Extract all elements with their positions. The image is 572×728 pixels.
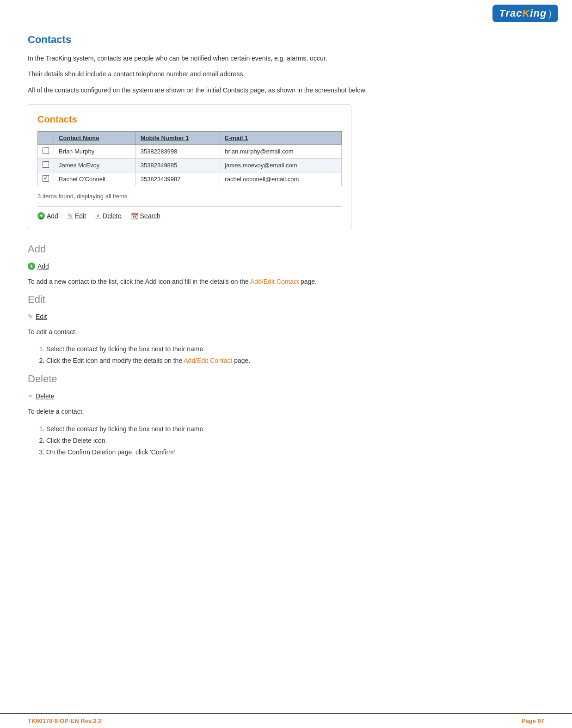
intro-paragraph-1: In the TracKing system, contacts are peo…	[28, 53, 544, 63]
logo-k: K	[522, 7, 530, 19]
logo: TracKing )	[492, 5, 558, 22]
edit-intro: To edit a contact:	[28, 327, 544, 337]
add-label: Add	[47, 212, 58, 220]
delete-intro: To delete a contact:	[28, 406, 544, 416]
row-checkbox-cell	[38, 172, 54, 186]
row-contact-name: Rachel O'Connell	[54, 172, 136, 186]
row-email: brian.murphy@email.com	[220, 145, 342, 159]
footer-right: Page 97	[522, 717, 544, 724]
edit-icon: ✎	[68, 212, 73, 220]
row-contact-name: James McEvoy	[54, 159, 136, 172]
add-edit-contact-link[interactable]: Add/Edit Contact	[250, 278, 299, 285]
page-title: Contacts	[28, 34, 544, 46]
col-header-email: E-mail 1	[220, 132, 342, 145]
screenshot-title: Contacts	[37, 114, 342, 125]
search-icon: 📆	[131, 213, 138, 220]
add-sub-icon: +	[28, 263, 35, 270]
section-heading-edit: Edit	[28, 294, 544, 306]
add-body-before: To add a new contact to the list, click …	[28, 278, 250, 285]
edit-sub-label[interactable]: Edit	[36, 313, 47, 320]
add-body-after: page.	[299, 278, 317, 285]
row-mobile: 35382349885	[135, 159, 220, 172]
delete-action[interactable]: ⚬ Delete	[95, 212, 121, 220]
section-heading-add: Add	[28, 243, 544, 255]
delete-step-3: On the Confirm Deletion page, click 'Con…	[46, 447, 544, 458]
screenshot-box: Contacts Contact Name Mobile Number 1 E-…	[28, 104, 351, 229]
add-body-text: To add a new contact to the list, click …	[28, 276, 544, 287]
row-checkbox[interactable]	[43, 175, 49, 182]
delete-step-2: Click the Delete icon.	[46, 435, 544, 447]
divider	[37, 206, 342, 207]
table-row: James McEvoy35382349885james.moevoy@emai…	[38, 159, 342, 172]
logo-trac: Trac	[499, 7, 522, 19]
section-heading-delete: Delete	[28, 373, 544, 385]
header: TracKing )	[0, 0, 572, 24]
edit-contact-link[interactable]: Add/Edit Contact	[184, 357, 232, 364]
add-action[interactable]: + Add	[37, 212, 58, 220]
add-icon: +	[37, 212, 45, 220]
delete-label: Delete	[103, 212, 121, 220]
add-sub-label[interactable]: Add	[37, 263, 49, 270]
footer: TK60178-8-OP-EN Rev.3.3 Page 97	[0, 713, 572, 728]
intro-paragraph-3: All of the contacts configured on the sy…	[28, 85, 544, 95]
col-header-name: Contact Name	[54, 132, 136, 145]
edit-steps-list: Select the contact by ticking the box ne…	[46, 343, 544, 367]
col-header-checkbox	[38, 132, 54, 145]
edit-step-1: Select the contact by ticking the box ne…	[46, 343, 544, 355]
row-email: james.moevoy@email.com	[220, 159, 342, 172]
logo-ing: ing	[530, 7, 547, 19]
table-row: Rachel O'Connell353823439987rachel.oconn…	[38, 172, 342, 186]
edit-sub-action: ✎ Edit	[28, 313, 544, 320]
row-checkbox-cell	[38, 145, 54, 159]
delete-sub-label[interactable]: Delete	[36, 392, 54, 400]
edit-label: Edit	[75, 212, 86, 220]
delete-icon: ⚬	[95, 212, 101, 220]
delete-step-1: Select the contact by ticking the box ne…	[46, 423, 544, 435]
row-mobile: 353823439987	[135, 172, 220, 186]
row-checkbox[interactable]	[43, 161, 49, 168]
items-found: 3 items found, displaying all items.	[37, 193, 342, 200]
search-action[interactable]: 📆 Search	[131, 212, 160, 220]
delete-sub-action: ⚬ Delete	[28, 392, 544, 400]
col-header-mobile: Mobile Number 1	[135, 132, 220, 145]
add-sub-action: + Add	[28, 263, 544, 270]
row-mobile: 35382283998	[135, 145, 220, 159]
edit-step-2: Click the Edit icon and modify the detai…	[46, 355, 544, 367]
logo-icon: )	[548, 8, 552, 19]
row-checkbox[interactable]	[43, 147, 49, 154]
footer-left: TK60178-8-OP-EN Rev.3.3	[28, 717, 101, 724]
contacts-table: Contact Name Mobile Number 1 E-mail 1 Br…	[37, 131, 342, 186]
table-row: Brian Murphy35382283998brian.murphy@emai…	[38, 145, 342, 159]
delete-sub-icon: ⚬	[28, 392, 33, 400]
row-checkbox-cell	[38, 159, 54, 172]
main-content: Contacts In the TracKing system, contact…	[0, 24, 572, 492]
intro-paragraph-2: Their details should include a contact t…	[28, 69, 544, 79]
search-label: Search	[140, 212, 160, 220]
logo-text: TracKing	[499, 7, 547, 19]
row-contact-name: Brian Murphy	[54, 145, 136, 159]
edit-action[interactable]: ✎ Edit	[68, 212, 86, 220]
action-bar: + Add ✎ Edit ⚬ Delete 📆 Search	[37, 212, 342, 220]
delete-steps-list: Select the contact by ticking the box ne…	[46, 423, 544, 459]
edit-sub-icon: ✎	[28, 313, 33, 320]
row-email: rachel.oconnell@email.com	[220, 172, 342, 186]
